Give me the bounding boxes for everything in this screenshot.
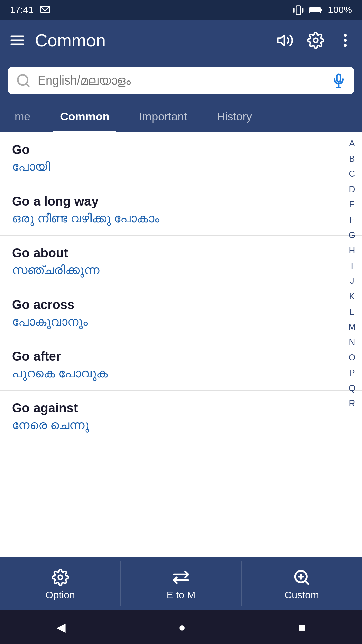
svg-point-14 [344,44,347,47]
tab-history[interactable]: History [202,101,267,132]
nav-etom-label: E to M [167,589,196,601]
svg-point-20 [58,575,62,579]
alpha-r[interactable]: R [346,396,358,411]
alpha-n[interactable]: N [346,335,358,350]
word-malayalam: പോകുവാനും [12,315,335,329]
tabs-bar: me Common Important History [0,101,362,132]
svg-line-16 [26,84,29,86]
alpha-j[interactable]: J [347,273,357,289]
word-item-go-long-way[interactable]: Go a long way ഒരു നീണ്ട വഴിക്കു പോകാം [0,184,362,236]
alpha-f[interactable]: F [347,212,357,228]
settings-button[interactable] [307,32,324,49]
svg-rect-1 [296,6,301,15]
tab-home[interactable]: me [0,101,45,132]
alpha-i[interactable]: I [348,258,356,274]
word-english: Go against [12,401,335,415]
word-item-go-about[interactable]: Go about സഞ്ചരിക്കുന്ന [0,236,362,287]
alpha-m[interactable]: M [346,319,358,335]
recent-button[interactable]: ■ [298,620,306,634]
home-button[interactable]: ● [178,620,186,634]
word-malayalam: ഒരു നീണ്ട വഴിക്കു പോകാം [12,211,335,225]
alpha-h[interactable]: H [346,243,358,258]
tab-important[interactable]: Important [124,101,202,132]
status-time: 17:41 [10,5,34,15]
gear-icon [52,567,69,586]
svg-point-12 [344,34,347,37]
nav-etom[interactable]: E to M [121,561,241,606]
svg-point-11 [314,38,318,43]
status-bar: 17:41 100% [0,0,362,20]
arrows-icon [171,567,191,586]
tab-common[interactable]: Common [45,101,124,132]
svg-rect-17 [337,74,341,82]
word-english: Go a long way [12,194,335,209]
svg-marker-10 [278,35,284,45]
alpha-g[interactable]: G [346,228,358,243]
notification-icon [40,4,50,16]
word-malayalam: നേരെ ചെന്നു [12,418,335,432]
more-button[interactable] [338,32,353,49]
nav-option-label: Option [45,589,75,601]
alpha-b[interactable]: B [346,151,357,167]
nav-custom[interactable]: Custom [242,561,362,606]
alphabet-index: A B C D E F G H I J K L M N O P Q R [342,132,362,415]
search-box [8,67,354,94]
search-plus-icon [293,567,310,586]
word-item-go[interactable]: Go പോയി [0,132,362,184]
alpha-d[interactable]: D [346,182,358,197]
app-title: Common [35,30,267,50]
word-english: Go across [12,298,335,312]
battery-icon [309,4,322,16]
search-icon [16,73,31,88]
word-item-go-across[interactable]: Go across പോകുവാനും [0,287,362,339]
word-malayalam: പുറകെ പോവുക [12,366,335,380]
nav-option[interactable]: Option [0,561,121,606]
alpha-a[interactable]: A [346,136,357,151]
word-item-go-after[interactable]: Go after പുറകെ പോവുക [0,339,362,391]
svg-point-13 [344,39,347,42]
word-english: Go about [12,246,335,260]
word-malayalam: പോയി [12,160,335,174]
word-item-go-against[interactable]: Go against നേരെ ചെന്നു [0,391,362,442]
alpha-l[interactable]: L [347,304,357,320]
svg-rect-5 [321,9,322,11]
nav-custom-label: Custom [285,589,319,601]
svg-rect-6 [310,8,320,12]
word-list: Go പോയി Go a long way ഒരു നീണ്ട വഴിക്കു … [0,132,362,442]
content-area: Go പോയി Go a long way ഒരു നീണ്ട വഴിക്കു … [0,132,362,593]
search-input[interactable] [38,73,324,88]
word-malayalam: സഞ്ചരിക്കുന്ന [12,263,335,277]
vibrate-icon [293,4,304,16]
alpha-o[interactable]: O [346,350,358,365]
svg-line-24 [305,581,308,584]
alpha-k[interactable]: K [346,289,357,304]
bottom-nav: Option E to M Custom [0,557,362,610]
system-nav: ◀ ● ■ [0,610,362,644]
word-english: Go after [12,349,335,364]
alpha-e[interactable]: E [346,197,357,212]
alpha-c[interactable]: C [346,166,358,182]
search-container [0,60,362,101]
app-bar: Common [0,20,362,60]
word-english: Go [12,143,335,157]
menu-button[interactable] [9,32,25,48]
battery-percent: 100% [328,5,352,15]
sound-button[interactable] [276,32,294,49]
mic-icon[interactable] [331,73,346,88]
alpha-p[interactable]: P [346,365,357,381]
back-button[interactable]: ◀ [56,620,66,634]
alpha-q[interactable]: Q [346,381,358,396]
